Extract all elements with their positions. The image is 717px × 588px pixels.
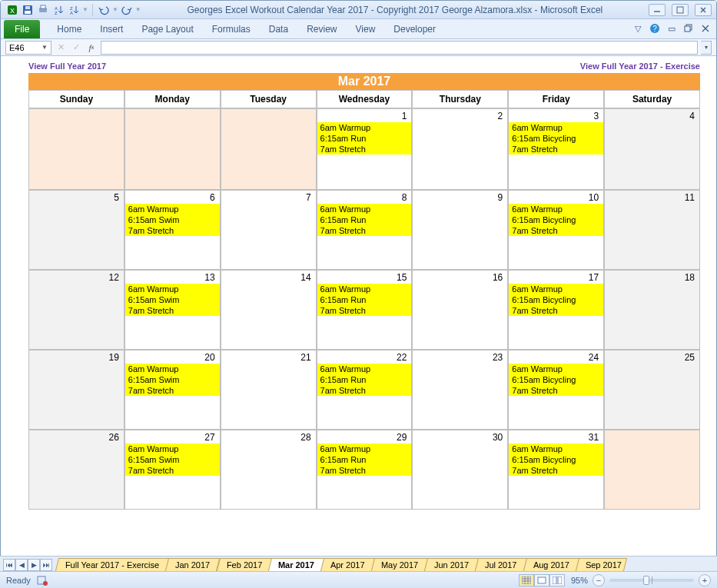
calendar-cell[interactable]: 86am Warmup6:15am Run7am Stretch <box>317 190 413 270</box>
tab-nav-first-icon[interactable]: ⏮ <box>3 559 15 571</box>
calendar-cell[interactable]: 5 <box>28 190 124 270</box>
calendar-cell[interactable]: 2 <box>412 108 508 190</box>
fx-icon[interactable]: fx <box>85 42 98 54</box>
sheet-tab[interactable]: Full Year 2017 - Exercise <box>55 558 170 571</box>
zoom-out-button[interactable]: − <box>593 574 605 586</box>
tab-nav-next-icon[interactable]: ▶ <box>28 559 40 571</box>
ribbon-tab-formulas[interactable]: Formulas <box>203 20 260 38</box>
macro-record-icon[interactable] <box>37 575 48 586</box>
save-icon[interactable] <box>21 3 35 17</box>
svg-rect-4 <box>25 6 30 9</box>
sheet-tab[interactable]: Feb 2017 <box>216 558 272 571</box>
calendar-cell[interactable]: 226am Warmup6:15am Run7am Stretch <box>317 350 413 430</box>
ribbon-tab-page-layout[interactable]: Page Layout <box>132 20 202 38</box>
sheet-tab[interactable]: Sep 2017 <box>576 558 627 571</box>
calendar-cell[interactable] <box>28 108 124 190</box>
calendar-cell[interactable]: 21 <box>221 350 317 430</box>
ribbon-tab-view[interactable]: View <box>347 20 385 38</box>
ribbon-tab-data[interactable]: Data <box>260 20 297 38</box>
day-number: 11 <box>685 192 695 203</box>
calendar-cell[interactable]: 66am Warmup6:15am Swim7am Stretch <box>124 190 221 270</box>
day-number: 31 <box>589 432 599 443</box>
workout-entry: 6am Warmup <box>509 122 603 133</box>
sheet-tab[interactable]: Mar 2017 <box>268 558 324 571</box>
formula-expand-icon[interactable]: ▾ <box>701 41 712 55</box>
calendar-cell[interactable]: 14 <box>221 270 317 350</box>
maximize-button[interactable] <box>672 4 689 16</box>
enter-icon[interactable]: ✓ <box>70 42 82 54</box>
sheet-tab[interactable]: Apr 2017 <box>320 558 375 571</box>
calendar-cell[interactable]: 18 <box>604 270 700 350</box>
view-normal-icon[interactable] <box>519 574 534 586</box>
sort-asc-icon[interactable]: AZ <box>51 3 65 17</box>
ribbon-tab-file[interactable]: File <box>4 20 40 38</box>
calendar-cell[interactable]: 16 <box>412 270 508 350</box>
calendar-cell[interactable]: 9 <box>412 190 508 270</box>
workbook-close-icon[interactable] <box>699 22 712 35</box>
calendar: SundayMondayTuesdayWednesdayThursdayFrid… <box>28 90 700 510</box>
cancel-icon[interactable]: ✕ <box>55 42 67 54</box>
ribbon-tab-review[interactable]: Review <box>297 20 346 38</box>
name-box[interactable]: E46▼ <box>5 41 51 55</box>
calendar-cell[interactable] <box>604 430 700 510</box>
ribbon-minimize-icon[interactable]: ▽ <box>632 22 644 35</box>
calendar-cell[interactable]: 25 <box>604 350 700 430</box>
link-full-year[interactable]: View Full Year 2017 <box>28 61 106 71</box>
ribbon-tab-developer[interactable]: Developer <box>384 20 445 38</box>
calendar-cell[interactable]: 296am Warmup6:15am Run7am Stretch <box>317 430 413 510</box>
calendar-cell[interactable]: 23 <box>412 350 508 430</box>
calendar-cell[interactable]: 136am Warmup6:15am Swim7am Stretch <box>124 270 221 350</box>
workout-entry: 6:15am Run <box>317 374 412 385</box>
formula-input[interactable] <box>101 41 698 55</box>
calendar-cell[interactable]: 11 <box>604 190 700 270</box>
calendar-cell[interactable]: 276am Warmup6:15am Swim7am Stretch <box>124 430 221 510</box>
calendar-cell[interactable]: 4 <box>604 108 700 190</box>
calendar-cell[interactable]: 12 <box>28 270 124 350</box>
zoom-in-button[interactable]: + <box>699 574 711 586</box>
ribbon-tab-insert[interactable]: Insert <box>91 20 132 38</box>
calendar-cell[interactable]: 246am Warmup6:15am Bicycling7am Stretch <box>508 350 604 430</box>
calendar-cell[interactable]: 176am Warmup6:15am Bicycling7am Stretch <box>508 270 604 350</box>
undo-icon[interactable] <box>97 3 111 17</box>
sheet-tab[interactable]: Jul 2017 <box>475 558 527 571</box>
redo-icon[interactable] <box>120 3 134 17</box>
help-icon[interactable]: ? <box>649 22 661 35</box>
sort-desc-icon[interactable]: ZA <box>67 3 81 17</box>
sheet-tab[interactable]: May 2017 <box>371 558 429 571</box>
day-number: 17 <box>589 272 599 283</box>
workout-entry: 7am Stretch <box>317 225 412 236</box>
print-preview-icon[interactable] <box>36 3 50 17</box>
calendar-cell[interactable]: 206am Warmup6:15am Swim7am Stretch <box>124 350 221 430</box>
calendar-cell[interactable]: 19 <box>28 350 124 430</box>
tab-nav-last-icon[interactable]: ⏭ <box>40 559 52 571</box>
calendar-cell[interactable]: 16am Warmup6:15am Run7am Stretch <box>317 108 413 190</box>
calendar-cell[interactable]: 156am Warmup6:15am Run7am Stretch <box>317 270 413 350</box>
workout-entry: 6am Warmup <box>125 204 220 214</box>
close-button[interactable] <box>695 4 712 16</box>
view-page-break-icon[interactable] <box>549 574 565 586</box>
sheet-tab[interactable]: Jun 2017 <box>424 558 480 571</box>
workout-entry: 6am Warmup <box>317 204 412 214</box>
calendar-cell[interactable]: 106am Warmup6:15am Bicycling7am Stretch <box>508 190 604 270</box>
sheet-tab[interactable]: Aug 2017 <box>523 558 579 571</box>
chevron-down-icon[interactable]: ▼ <box>41 44 48 51</box>
minimize-button[interactable] <box>649 4 666 16</box>
workbook-minimize-icon[interactable]: ▭ <box>666 22 678 35</box>
calendar-cell[interactable] <box>221 108 317 190</box>
ribbon-tab-home[interactable]: Home <box>48 20 91 38</box>
calendar-cell[interactable]: 26 <box>28 430 124 510</box>
zoom-level[interactable]: 95% <box>571 576 588 585</box>
calendar-cell[interactable]: 28 <box>221 430 317 510</box>
sheet-tab[interactable]: Jan 2017 <box>165 558 221 571</box>
calendar-cell[interactable]: 316am Warmup6:15am Bicycling7am Stretch <box>508 430 604 510</box>
calendar-cell[interactable]: 30 <box>412 430 508 510</box>
zoom-slider[interactable] <box>609 579 694 582</box>
excel-icon[interactable]: X <box>5 3 19 17</box>
workbook-restore-icon[interactable] <box>682 22 695 35</box>
view-page-layout-icon[interactable] <box>534 574 549 586</box>
tab-nav-prev-icon[interactable]: ◀ <box>15 559 28 571</box>
calendar-cell[interactable]: 36am Warmup6:15am Bicycling7am Stretch <box>508 108 604 190</box>
calendar-cell[interactable] <box>124 108 221 190</box>
link-full-year-exercise[interactable]: View Full Year 2017 - Exercise <box>580 61 700 71</box>
calendar-cell[interactable]: 7 <box>221 190 317 270</box>
